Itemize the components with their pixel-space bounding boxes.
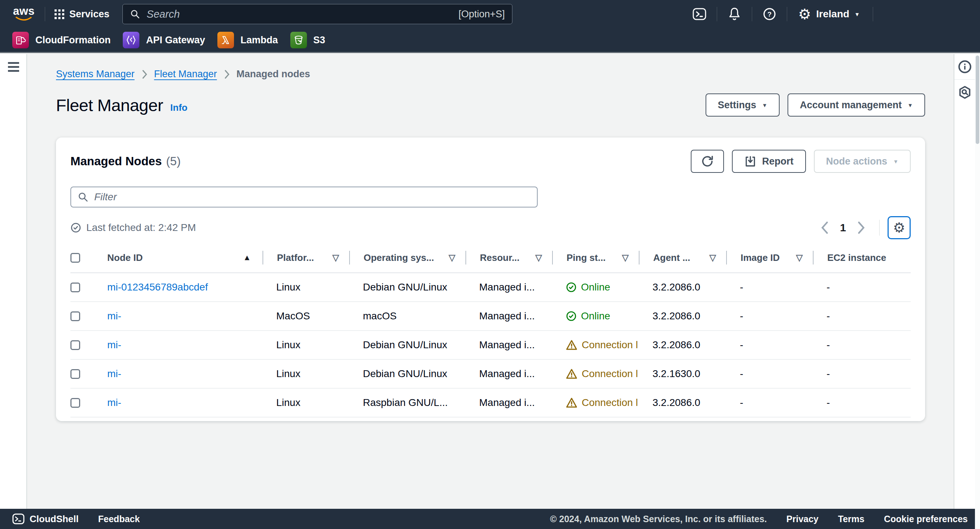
column-label: Platfor... (277, 252, 314, 264)
account-management-button[interactable]: Account management ▼ (788, 94, 925, 116)
favorite-lambda[interactable]: Lambda (217, 32, 278, 48)
column-header-operating-system[interactable]: Operating sys... ▽ (349, 251, 465, 265)
cookie-preferences-link[interactable]: Cookie preferences (884, 514, 968, 524)
breadcrumb-systems-manager[interactable]: Systems Manager (56, 68, 135, 80)
column-header-resource-type[interactable]: Resour... ▽ (465, 251, 552, 265)
search-input[interactable] (146, 8, 458, 21)
operating-system-cell: Debian GNU/Linux (349, 339, 465, 351)
account-management-label: Account management (800, 100, 902, 111)
previous-page-button[interactable] (817, 220, 833, 236)
select-all-checkbox[interactable] (70, 253, 80, 263)
refresh-icon (700, 154, 714, 168)
settings-button-topnav[interactable]: ⚙ (797, 6, 813, 22)
check-circle-icon (70, 222, 81, 233)
column-filter-icon[interactable]: ▽ (622, 253, 628, 263)
cloudshell-footer-button[interactable]: CloudShell (12, 513, 79, 525)
platform-cell: Linux (262, 281, 349, 293)
node-actions-button[interactable]: Node actions ▼ (814, 150, 911, 173)
row-checkbox[interactable] (70, 311, 80, 321)
column-label: Operating sys... (364, 252, 434, 264)
global-search[interactable]: [Option+S] (123, 4, 512, 24)
svg-text:?: ? (768, 11, 772, 18)
filter-input[interactable] (94, 191, 530, 203)
region-selector[interactable]: Ireland ▼ (813, 8, 863, 20)
notifications-button[interactable] (727, 6, 742, 22)
report-download-icon (744, 155, 756, 167)
next-page-button[interactable] (853, 220, 869, 236)
resource-type-cell: Managed i... (465, 281, 552, 293)
copyright-text: © 2024, Amazon Web Services, Inc. or its… (550, 514, 767, 524)
column-header-platform[interactable]: Platfor... ▽ (262, 251, 349, 265)
platform-cell: Linux (262, 368, 349, 380)
row-checkbox[interactable] (70, 369, 80, 379)
feedback-link[interactable]: Feedback (98, 514, 140, 524)
row-checkbox[interactable] (70, 398, 80, 408)
aws-smile-icon (15, 16, 32, 22)
platform-cell: MacOS (262, 310, 349, 322)
platform-cell: Linux (262, 339, 349, 351)
page-header: Fleet Manager Info Settings ▼ Account ma… (56, 94, 925, 116)
scrollbar[interactable] (975, 54, 980, 529)
panel-title: Managed Nodes (70, 154, 162, 168)
column-header-agent-version[interactable]: Agent ... ▽ (639, 251, 726, 265)
privacy-link[interactable]: Privacy (786, 514, 819, 524)
sort-ascending-icon[interactable]: ▲ (243, 253, 251, 262)
filter-box[interactable] (70, 187, 538, 208)
node-id-link[interactable]: mi- (107, 310, 121, 322)
favorite-cloudformation[interactable]: CloudFormation (12, 32, 110, 48)
table-header-row: Node ID ▲ Platfor... ▽ Operating sys... … (70, 251, 911, 273)
column-filter-icon[interactable]: ▽ (796, 253, 803, 263)
scrollbar-thumb[interactable] (976, 56, 979, 144)
info-panel-button[interactable] (954, 54, 975, 79)
info-link[interactable]: Info (170, 102, 188, 113)
terms-link[interactable]: Terms (838, 514, 864, 524)
cloudshell-button[interactable] (692, 6, 707, 22)
operating-system-cell: macOS (349, 310, 465, 322)
node-id-link[interactable]: mi- (107, 368, 121, 380)
column-header-ping-status[interactable]: Ping st... ▽ (552, 251, 639, 265)
current-page-number[interactable]: 1 (840, 222, 846, 234)
favorite-api-gateway[interactable]: API Gateway (123, 32, 205, 48)
report-button[interactable]: Report (732, 150, 806, 173)
tools-panel-button[interactable] (954, 80, 975, 105)
help-button[interactable]: ? (762, 6, 778, 22)
ping-status-label: Connection l (582, 339, 638, 351)
ping-status-cell: Connection l (552, 339, 639, 351)
menu-icon[interactable] (8, 62, 26, 72)
row-select-cell (70, 369, 107, 379)
search-shortcut-hint: [Option+S] (458, 9, 505, 20)
breadcrumb: Systems Manager Fleet Manager Managed no… (56, 68, 925, 80)
column-filter-icon[interactable]: ▽ (449, 253, 455, 263)
s3-icon (290, 32, 307, 48)
column-filter-icon[interactable]: ▽ (710, 253, 716, 263)
column-header-node-id[interactable]: Node ID ▲ (107, 251, 262, 265)
chevron-right-icon (856, 221, 867, 234)
chevron-right-icon (141, 70, 148, 79)
row-checkbox[interactable] (70, 340, 80, 350)
image-id-cell: - (726, 368, 813, 380)
ping-status-label: Online (581, 281, 610, 293)
services-menu-button[interactable]: Services (54, 9, 110, 20)
row-select-cell (70, 398, 107, 408)
aws-logo[interactable]: aws (12, 6, 35, 22)
last-fetched-label: Last fetched at: 2:42 PM (86, 222, 196, 234)
breadcrumb-fleet-manager[interactable]: Fleet Manager (154, 68, 217, 80)
favorite-s3[interactable]: S3 (290, 32, 325, 48)
table-preferences-button[interactable]: ⚙ (888, 216, 911, 239)
node-id-link[interactable]: mi-0123456789abcdef (107, 281, 208, 293)
divider (873, 7, 873, 21)
divider (787, 7, 787, 21)
node-id-link[interactable]: mi- (107, 339, 121, 351)
table-body: mi-0123456789abcdef Linux Debian GNU/Lin… (70, 273, 911, 418)
column-header-ec2-instance[interactable]: EC2 instance (813, 251, 911, 265)
image-id-cell: - (726, 339, 813, 351)
node-id-link[interactable]: mi- (107, 397, 121, 408)
column-header-image-id[interactable]: Image ID ▽ (726, 251, 813, 265)
column-filter-icon[interactable]: ▽ (536, 253, 542, 263)
row-checkbox[interactable] (70, 283, 80, 292)
settings-dropdown-button[interactable]: Settings ▼ (706, 94, 780, 116)
resource-type-cell: Managed i... (465, 339, 552, 351)
refresh-button[interactable] (691, 150, 724, 173)
column-filter-icon[interactable]: ▽ (332, 253, 339, 263)
api-gateway-icon (123, 32, 139, 48)
